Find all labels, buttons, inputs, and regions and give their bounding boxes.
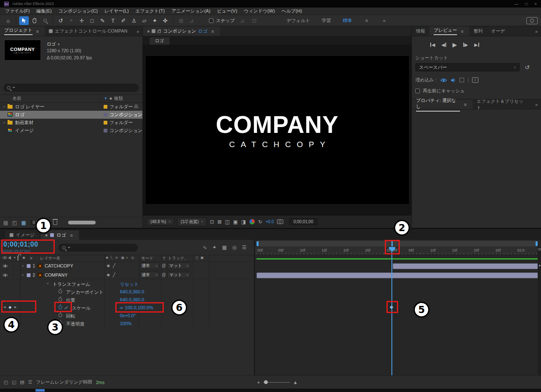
track-matte-select[interactable]: マット˅ (167, 262, 190, 269)
current-time-display[interactable]: 0;00;01;00 (3, 241, 38, 248)
tab-effects-presets[interactable]: エフェクト＆プリセット (472, 99, 532, 109)
menu-view[interactable]: ビュー(V) (214, 8, 241, 14)
play-button[interactable]: ▶ (452, 41, 457, 48)
track-matte-column[interactable]: トラック.. (168, 256, 186, 261)
shortcut-select[interactable]: スペースバー˅ (415, 63, 520, 71)
scrollbar-fragment[interactable] (36, 389, 45, 392)
workspace-more-icon[interactable]: » (381, 18, 387, 23)
menu-edit[interactable]: 編集(E) (33, 8, 55, 14)
tab-preview[interactable]: プレビュー≡ (429, 26, 469, 36)
rotation-tool[interactable]: ↺ (56, 16, 66, 25)
quality-switch[interactable]: ╱ (113, 263, 115, 268)
composition-mini-flowchart-icon[interactable]: ∿ (203, 244, 207, 250)
delete-icon[interactable] (53, 220, 57, 225)
close-tab-icon[interactable]: × (147, 29, 150, 34)
grid-options-icon[interactable]: ⊡ (210, 219, 214, 225)
property-label[interactable]: 回転 (66, 313, 75, 319)
shy-switch[interactable]: ☻ (106, 263, 111, 268)
first-frame-button[interactable]: ◀ (430, 42, 435, 48)
item-label[interactable]: 動画素材 (15, 120, 33, 126)
menu-layer[interactable]: レイヤー(L) (101, 8, 132, 14)
layer-name[interactable]: CATCHCOPY (45, 263, 73, 268)
composition-viewer[interactable]: COMPANY CATCHCOPY (143, 45, 411, 215)
tab-composition[interactable]: × コンポジション ロゴ ≡ (143, 26, 220, 36)
overlays-include-icon[interactable] (460, 78, 464, 82)
track-matte-pickwhip-icon[interactable]: @ (162, 272, 166, 277)
pan-behind-tool[interactable]: ✛ (77, 16, 86, 25)
type-tool[interactable]: T (108, 16, 118, 25)
search-help-icon[interactable] (526, 17, 538, 24)
exposure-icon[interactable]: ↻ (258, 219, 262, 225)
shy-switch[interactable]: ☻ (106, 272, 111, 277)
menu-help[interactable]: ヘルプ(H) (278, 8, 305, 14)
composition-canvas[interactable]: COMPANY CATCHCOPY (146, 56, 409, 204)
zoom-tool[interactable] (40, 16, 50, 25)
video-include-icon[interactable] (440, 78, 447, 82)
channel-icon[interactable] (249, 219, 255, 224)
magnification-select[interactable]: (48.8 %)˅ (147, 218, 174, 225)
tab-properties[interactable]: プロパティ: 選択なし≡ (412, 99, 472, 109)
panel-overflow-icon[interactable]: » (532, 26, 541, 36)
label-chip[interactable] (104, 113, 107, 117)
menu-file[interactable]: ファイル(F) (2, 8, 33, 14)
cache-export-icon[interactable]: ⇧ (472, 77, 478, 83)
column-type[interactable]: 種類 (114, 96, 123, 102)
next-frame-button[interactable]: ▶ (463, 42, 468, 48)
selection-tool[interactable] (19, 16, 29, 25)
motion-blur-icon[interactable]: ◎ (232, 244, 236, 250)
snap-angle-icon[interactable]: ⊿ (237, 16, 247, 25)
timeline-tab-image[interactable]: イメージ (5, 230, 39, 240)
collapse-layer-icon[interactable]: ˅ (22, 273, 24, 277)
menu-effect[interactable]: エフェクト(T) (132, 8, 168, 14)
add-keyframe-icon[interactable]: ◆ (8, 305, 11, 309)
panel-menu-icon[interactable]: ≡ (69, 233, 74, 238)
close-window-button[interactable]: × (534, 2, 537, 6)
view-layout-icon[interactable]: ◨ (241, 219, 246, 225)
project-row-logo-layers[interactable]: > ロゴ レイヤー フォルダー 品 (0, 103, 142, 111)
quality-switch[interactable]: ╱ (113, 272, 115, 277)
workspace-standard[interactable]: 標準 (343, 18, 352, 24)
label-chip[interactable] (104, 129, 107, 132)
opacity-row[interactable]: 不透明度 100% (0, 320, 254, 328)
reset-transform-link[interactable]: リセット (120, 281, 139, 288)
cache-toggle-icon[interactable]: ◱ (12, 379, 16, 385)
property-label[interactable]: スケール (72, 305, 91, 311)
position-row[interactable]: 位置 640.0,360.0 (0, 296, 254, 304)
flowchart-icon[interactable]: 品 (134, 104, 138, 109)
time-ruler[interactable]: :00f05f10f15f20f25f01:00f05f10f15f20f25f… (255, 247, 538, 255)
property-value[interactable]: 100% (120, 321, 132, 326)
current-time-field[interactable]: 0;00;01;00 (289, 218, 317, 225)
last-frame-button[interactable]: ▶ (474, 42, 479, 48)
zoom-slider-knob[interactable] (264, 380, 268, 384)
menu-animation[interactable]: アニメーション(A) (168, 8, 213, 14)
menu-composition[interactable]: コンポジション(C) (55, 8, 101, 14)
stopwatch-icon[interactable] (58, 298, 62, 301)
item-label[interactable]: ロゴ レイヤー (15, 104, 44, 110)
item-label[interactable]: イメージ (15, 127, 34, 134)
minimize-button[interactable]: — (514, 2, 518, 6)
property-label[interactable]: アンカーポイント (66, 289, 104, 295)
blend-mode-select[interactable]: 通常˅ (140, 272, 160, 278)
axis-mode-local[interactable]: ⊞ (176, 16, 186, 25)
track-matte-pickwhip-icon[interactable]: @ (162, 263, 166, 268)
hand-tool[interactable] (30, 16, 39, 25)
frame-blending-icon[interactable]: ▦ (222, 244, 226, 250)
comp-marker-bin-icon[interactable] (538, 248, 541, 250)
shape-tool[interactable]: □ (87, 16, 97, 25)
puppet-pin-tool[interactable]: ✜ (160, 16, 170, 25)
transform-group-label[interactable]: トランスフォーム (53, 281, 90, 288)
new-composition-icon[interactable]: ▦ (21, 220, 26, 226)
draft-3d-icon[interactable]: ✦ (212, 244, 216, 250)
layer-row-catchcopy[interactable]: > 1 A CATCHCOPY ☻ ╱ 通常˅ @ マット˅ (0, 262, 254, 271)
tab-align[interactable]: 整列 (469, 26, 487, 36)
viewer-tab-logo[interactable]: ロゴ (150, 37, 170, 45)
constrain-link-icon[interactable]: ∞ (120, 305, 123, 310)
scale-row[interactable]: ◀ ◆ ▶ スケール ∞100.0,100.0% (0, 304, 254, 312)
sort-icon[interactable]: ▼ (104, 97, 107, 100)
panel-overflow-icon[interactable]: » (133, 26, 142, 36)
maximize-button[interactable]: □ (525, 2, 528, 6)
mask-toggle-icon[interactable]: ⊠ (218, 219, 222, 225)
navigator-playhead[interactable] (391, 241, 393, 247)
graph-include-icon[interactable] (64, 306, 68, 310)
tab-effect-controls[interactable]: エフェクトコントロール COMPAN (45, 26, 132, 36)
